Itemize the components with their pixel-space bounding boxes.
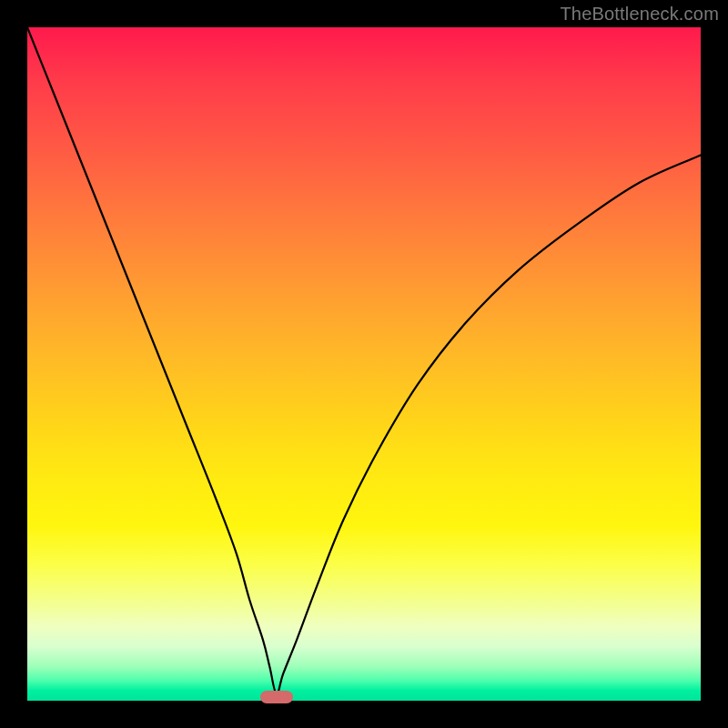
watermark-text: TheBottleneck.com [560, 4, 719, 25]
bottleneck-curve [27, 27, 701, 701]
optimum-marker [260, 691, 293, 703]
chart-frame: TheBottleneck.com [0, 0, 728, 728]
plot-area [27, 27, 701, 701]
